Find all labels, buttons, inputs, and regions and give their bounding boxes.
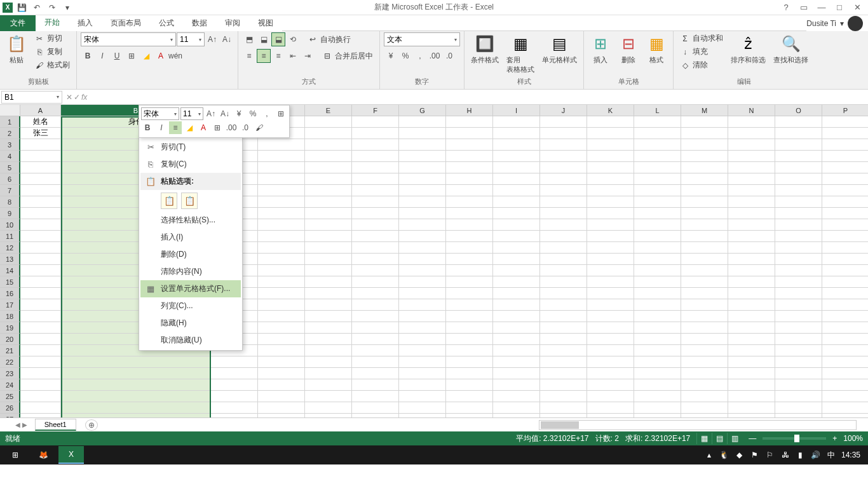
cell-L8[interactable] xyxy=(634,196,681,208)
cell-K2[interactable] xyxy=(587,128,634,139)
mini-italic[interactable]: I xyxy=(155,121,168,134)
cell-L11[interactable] xyxy=(634,231,681,242)
cell-N4[interactable] xyxy=(728,151,775,162)
menu-copy[interactable]: ⎘复制(C) xyxy=(140,156,241,173)
cell-I26[interactable] xyxy=(493,402,540,414)
col-header-F[interactable]: F xyxy=(352,105,399,116)
cell-H26[interactable] xyxy=(446,402,493,414)
cell-I11[interactable] xyxy=(493,231,540,242)
mini-percent[interactable]: % xyxy=(247,107,259,120)
cell-H27[interactable] xyxy=(446,414,493,417)
cell-M6[interactable] xyxy=(681,173,728,185)
cell-I21[interactable] xyxy=(493,345,540,356)
zoom-slider[interactable] xyxy=(763,437,826,440)
cell-P22[interactable] xyxy=(822,356,868,368)
mini-bold[interactable]: B xyxy=(141,121,154,134)
cell-L7[interactable] xyxy=(634,185,681,196)
cell-D8[interactable] xyxy=(258,196,305,208)
cell-I3[interactable] xyxy=(493,139,540,151)
cell-H3[interactable] xyxy=(446,139,493,151)
cell-K3[interactable] xyxy=(587,139,634,151)
cell-styles-button[interactable]: ▤单元格样式 xyxy=(539,32,580,66)
cell-D24[interactable] xyxy=(258,379,305,391)
cell-F22[interactable] xyxy=(352,356,399,368)
cell-N8[interactable] xyxy=(728,196,775,208)
cell-F5[interactable] xyxy=(352,162,399,173)
cell-P24[interactable] xyxy=(822,379,868,391)
cell-I1[interactable] xyxy=(493,116,540,128)
cell-J16[interactable] xyxy=(540,288,587,299)
cell-K24[interactable] xyxy=(587,379,634,391)
cell-D7[interactable] xyxy=(258,185,305,196)
row-header-12[interactable]: 12 xyxy=(0,242,20,254)
row-header-10[interactable]: 10 xyxy=(0,219,20,231)
cell-E15[interactable] xyxy=(305,276,352,288)
cell-P27[interactable] xyxy=(822,414,868,417)
cell-O20[interactable] xyxy=(775,334,822,345)
cell-G26[interactable] xyxy=(399,402,446,414)
cell-H5[interactable] xyxy=(446,162,493,173)
cell-O21[interactable] xyxy=(775,345,822,356)
cell-L16[interactable] xyxy=(634,288,681,299)
cell-B24[interactable] xyxy=(61,379,211,391)
cell-H21[interactable] xyxy=(446,345,493,356)
zoom-level[interactable]: 100% xyxy=(843,434,863,443)
fill-color-button[interactable]: ◢ xyxy=(139,49,153,63)
col-header-P[interactable]: P xyxy=(822,105,868,116)
mini-font-select[interactable]: 宋体▾ xyxy=(141,107,179,120)
cell-M11[interactable] xyxy=(681,231,728,242)
mini-fill-color[interactable]: ◢ xyxy=(183,121,196,134)
orientation-button[interactable]: ⟲ xyxy=(286,32,300,46)
cell-D21[interactable] xyxy=(258,345,305,356)
cell-M4[interactable] xyxy=(681,151,728,162)
cell-D3[interactable] xyxy=(258,139,305,151)
add-sheet-button[interactable]: ⊕ xyxy=(85,419,98,431)
cell-J20[interactable] xyxy=(540,334,587,345)
cell-H6[interactable] xyxy=(446,173,493,185)
cell-D4[interactable] xyxy=(258,151,305,162)
menu-cut[interactable]: ✂剪切(T) xyxy=(140,139,241,156)
cell-G27[interactable] xyxy=(399,414,446,417)
cell-K11[interactable] xyxy=(587,231,634,242)
row-header-26[interactable]: 26 xyxy=(0,402,20,414)
cell-A9[interactable] xyxy=(20,208,61,219)
cell-J15[interactable] xyxy=(540,276,587,288)
cell-L12[interactable] xyxy=(634,242,681,254)
cell-D22[interactable] xyxy=(258,356,305,368)
cell-E11[interactable] xyxy=(305,231,352,242)
cell-P21[interactable] xyxy=(822,345,868,356)
cell-C26[interactable] xyxy=(211,402,258,414)
row-header-17[interactable]: 17 xyxy=(0,299,20,311)
increase-decimal-button[interactable]: .00 xyxy=(428,49,442,63)
cell-E25[interactable] xyxy=(305,391,352,402)
cell-P1[interactable] xyxy=(822,116,868,128)
cell-E10[interactable] xyxy=(305,219,352,231)
cell-P2[interactable] xyxy=(822,128,868,139)
cell-P23[interactable] xyxy=(822,368,868,379)
cell-L10[interactable] xyxy=(634,219,681,231)
cell-E7[interactable] xyxy=(305,185,352,196)
cell-G21[interactable] xyxy=(399,345,446,356)
cell-D26[interactable] xyxy=(258,402,305,414)
row-header-3[interactable]: 3 xyxy=(0,139,20,151)
cell-N12[interactable] xyxy=(728,242,775,254)
cell-C23[interactable] xyxy=(211,368,258,379)
cell-M22[interactable] xyxy=(681,356,728,368)
cell-N17[interactable] xyxy=(728,299,775,311)
font-size-select[interactable]: 11▾ xyxy=(177,32,205,46)
cell-I6[interactable] xyxy=(493,173,540,185)
phonetic-button[interactable]: wén xyxy=(168,49,182,63)
cell-N21[interactable] xyxy=(728,345,775,356)
cell-F13[interactable] xyxy=(352,254,399,265)
cell-E22[interactable] xyxy=(305,356,352,368)
cell-D19[interactable] xyxy=(258,322,305,334)
cell-E2[interactable] xyxy=(305,128,352,139)
cell-N26[interactable] xyxy=(728,402,775,414)
cell-O23[interactable] xyxy=(775,368,822,379)
cell-O19[interactable] xyxy=(775,322,822,334)
cell-H22[interactable] xyxy=(446,356,493,368)
cell-N9[interactable] xyxy=(728,208,775,219)
cell-H12[interactable] xyxy=(446,242,493,254)
cell-D23[interactable] xyxy=(258,368,305,379)
cell-B27[interactable] xyxy=(61,414,211,417)
